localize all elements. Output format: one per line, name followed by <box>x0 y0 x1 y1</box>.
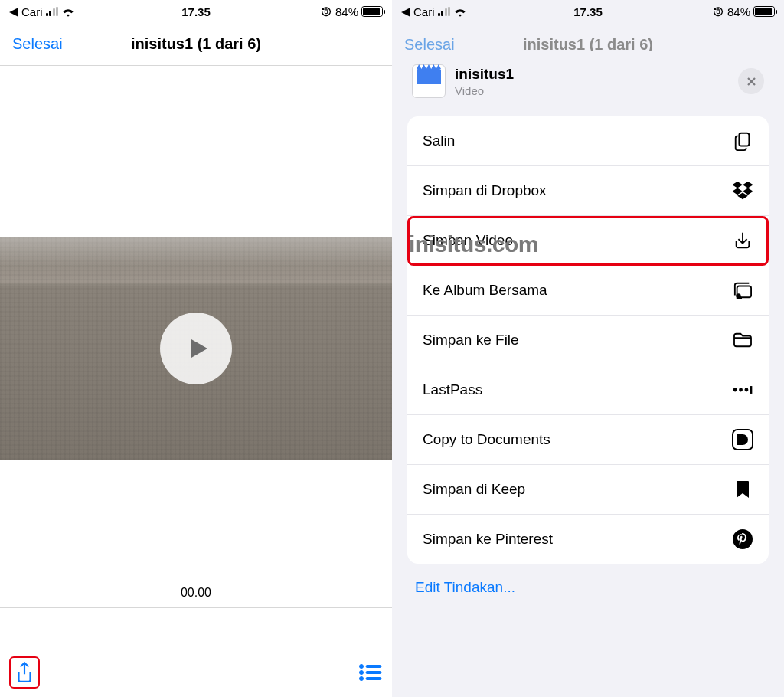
svg-point-13 <box>744 388 748 392</box>
svg-rect-2 <box>366 666 381 668</box>
orientation-lock-icon <box>320 5 332 18</box>
share-button[interactable] <box>9 656 40 689</box>
dropbox-icon <box>732 180 753 201</box>
done-button[interactable]: Selesai <box>12 35 63 53</box>
share-action-pinterest[interactable]: Simpan ke Pinterest <box>407 515 769 564</box>
lastpass-icon <box>732 379 753 401</box>
svg-point-16 <box>733 529 753 549</box>
edit-actions-link[interactable]: Edit Tindakan... <box>407 564 769 596</box>
screenshot-left: ◀ Cari 17.35 84% Selesai inisitus1 (1 da… <box>0 0 392 697</box>
video-thumbnail[interactable] <box>0 237 392 460</box>
svg-rect-14 <box>750 386 752 394</box>
back-app-label[interactable]: Cari <box>413 5 435 18</box>
folder-icon <box>732 329 753 351</box>
svg-rect-4 <box>366 672 381 674</box>
share-action-label: Simpan ke File <box>423 332 519 348</box>
share-action-dropbox[interactable]: Simpan di Dropbox <box>407 166 769 216</box>
share-action-bookmark[interactable]: Simpan di Keep <box>407 465 769 515</box>
wifi-icon <box>453 6 467 17</box>
back-app-label[interactable]: Cari <box>21 5 43 18</box>
svg-point-5 <box>360 677 364 681</box>
screenshot-right: ◀ Cari 17.35 84% Selesai inisitus1 (1 da… <box>392 0 784 697</box>
share-action-shared-album[interactable]: Ke Album Bersama <box>407 266 769 316</box>
share-action-label: Ke Album Bersama <box>423 282 547 299</box>
share-action-copy[interactable]: Salin <box>407 116 769 166</box>
cellular-signal-icon <box>438 7 451 16</box>
back-caret-icon[interactable]: ◀ <box>401 5 410 18</box>
download-icon <box>732 230 753 251</box>
share-action-label: Salin <box>423 133 455 149</box>
shared-album-icon <box>732 280 753 301</box>
cellular-signal-icon <box>46 7 59 16</box>
share-item-kind: Video <box>455 84 729 97</box>
svg-rect-0 <box>325 10 327 14</box>
svg-point-1 <box>360 665 364 669</box>
svg-rect-7 <box>717 10 719 14</box>
svg-point-3 <box>360 671 364 675</box>
share-actions-list: SalinSimpan di DropboxSimpan VideoKe Alb… <box>407 116 769 564</box>
share-action-lastpass[interactable]: LastPass <box>407 365 769 415</box>
battery-pct: 84% <box>727 5 750 18</box>
share-action-label: Simpan di Keep <box>423 481 525 498</box>
battery-icon <box>753 6 775 17</box>
copy-icon <box>732 130 753 152</box>
bookmark-icon <box>732 479 753 500</box>
share-action-label: Copy to Documents <box>423 431 550 448</box>
svg-point-11 <box>733 388 737 392</box>
orientation-lock-icon <box>712 5 724 18</box>
back-caret-icon[interactable]: ◀ <box>9 5 18 18</box>
svg-point-12 <box>739 388 743 392</box>
documents-app-icon <box>732 429 753 450</box>
share-action-label: Simpan ke Pinterest <box>423 531 553 548</box>
list-button[interactable] <box>358 662 383 683</box>
share-action-documents-app[interactable]: Copy to Documents <box>407 415 769 465</box>
share-action-label: Simpan di Dropbox <box>423 182 547 199</box>
wifi-icon <box>61 6 75 17</box>
close-button[interactable] <box>738 68 764 94</box>
file-type-icon <box>412 64 446 98</box>
share-action-label: Simpan Video <box>423 232 513 249</box>
share-action-label: LastPass <box>423 381 482 398</box>
share-action-download[interactable]: Simpan Video <box>407 216 769 266</box>
share-action-folder[interactable]: Simpan ke File <box>407 316 769 365</box>
pinterest-icon <box>732 528 753 550</box>
share-sheet: inisitus1 Video SalinSimpan di DropboxSi… <box>398 51 778 697</box>
battery-icon <box>361 6 383 17</box>
share-item-name: inisitus1 <box>455 66 729 83</box>
nav-header: Selesai inisitus1 (1 dari 6) <box>0 23 392 66</box>
bottom-toolbar <box>0 648 392 697</box>
battery-pct: 84% <box>335 5 358 18</box>
video-time: 00.00 <box>0 586 392 600</box>
svg-rect-8 <box>739 133 749 146</box>
status-bar: ◀ Cari 17.35 84% <box>0 0 392 23</box>
play-button[interactable] <box>160 313 232 384</box>
svg-rect-6 <box>366 678 381 680</box>
status-bar: ◀ Cari 17.35 84% <box>392 0 784 23</box>
